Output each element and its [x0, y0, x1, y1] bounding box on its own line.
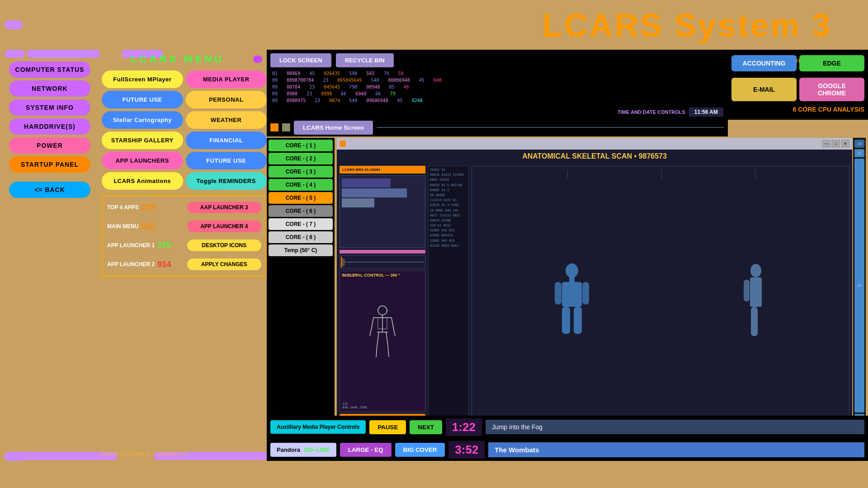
launcher-item-desktop: DESKTOP ICONS — [185, 237, 264, 254]
sidebar-btn-power[interactable]: POWER — [9, 137, 90, 154]
chrome-btn[interactable]: GOOGLE CHROME — [799, 78, 864, 101]
svg-rect-14 — [569, 277, 575, 282]
menu-title: LCARS MENU — [106, 53, 249, 65]
launcher-item-app1: APP LAUNCHER 1 275 — [105, 237, 184, 254]
bar3 — [342, 198, 374, 207]
close-btn[interactable]: ✕ — [841, 140, 849, 147]
svg-point-13 — [566, 263, 578, 278]
menu-btn-future-use-2[interactable]: FUTURE USE — [186, 152, 267, 169]
launcher-btn-app4[interactable]: APP LAUNCHER 4 — [187, 221, 262, 232]
launcher-item-app4: APP LAUNCHER 4 — [185, 218, 264, 235]
launcher-label-app1: APP LAUNCHER 1 — [107, 242, 155, 249]
launcher-btn-apply[interactable]: APPLY CHANGES — [187, 258, 262, 270]
cores-column: CORE - ( 1 ) CORE - ( 2 ) CORE - ( 3 ) C… — [267, 138, 335, 443]
home-orange-icon — [270, 123, 278, 131]
launcher-item-app2: APP LAUNCHER 2 914 — [105, 256, 184, 273]
menu-grid: FullScreen MPlayer MEDIA PLAYER FUTURE U… — [102, 70, 267, 190]
menu-btn-personal[interactable]: PERSONAL — [186, 91, 267, 108]
menu-header-bar: LCARS MENU — [102, 50, 267, 67]
skeletal-window: — □ ✕ ANATOMICAL SKELETAL SCAN • 9876573… — [337, 138, 852, 443]
menu-btn-fullscreen-mplayer[interactable]: FullScreen MPlayer — [102, 70, 183, 88]
menu-btn-lcars-animations[interactable]: LCARS Animations — [102, 172, 183, 190]
app-title: LCARS System 3 — [542, 7, 832, 44]
core-1-label: CORE - ( 1 ) — [269, 140, 333, 151]
home-gray-icon — [282, 123, 290, 131]
launcher-label-top4: TOP 4 APPS — [107, 204, 139, 211]
sidebar-btn-harddrive[interactable]: HARDDRIVE(S) — [9, 118, 90, 135]
pandora-label: Pandora — [277, 446, 300, 453]
8core-label: 8 CORE CPU ANALYSIS — [731, 106, 864, 113]
core-2-label: CORE - ( 2 ) — [269, 153, 333, 164]
pause-btn[interactable]: PAUSE — [369, 420, 406, 434]
top-left-accent — [5, 20, 23, 29]
sidebar-btn-computer-status[interactable]: COMPUTER STATUS — [9, 61, 90, 78]
menu-btn-toggle-reminders[interactable]: Toggle REMINDERS — [186, 172, 267, 190]
menu-diamond-icon — [253, 56, 262, 63]
skel-data-col1: 36462 83 80628 01813 574581 8865 03419 8… — [428, 166, 469, 440]
svg-rect-23 — [751, 307, 758, 336]
time-controls: TIME AND DATE CONTROLS 11:56 AM — [267, 104, 728, 120]
skeletal-title: ANATOMICAL SKELETAL SCAN • 9876573 — [337, 150, 852, 163]
menu-btn-starship-gallery[interactable]: STARSHIP GALLERY — [102, 131, 183, 149]
accounting-btn[interactable]: ACCOUNTING — [731, 55, 797, 71]
sidebar-accent-top — [5, 50, 25, 58]
menu-area: LCARS MENU FullScreen MPlayer MEDIA PLAY… — [102, 50, 267, 447]
launcher-item-aap3: AAP LAUNCHER 3 — [185, 199, 264, 216]
menu-btn-media-player[interactable]: MEDIA PLAYER — [186, 70, 267, 88]
sidebar-accent-bottom — [5, 453, 25, 461]
menu-btn-weather[interactable]: WEATHER — [186, 111, 267, 129]
menu-btn-future-use-1[interactable]: FUTURE USE — [102, 91, 183, 108]
lock-screen-btn[interactable]: LOCK SCREEN — [270, 53, 331, 67]
email-btn[interactable]: E-MAIL — [731, 78, 797, 101]
large-eq-btn[interactable]: LARGE - EQ — [340, 443, 392, 457]
menu-btn-stellar-cartography[interactable]: Stellar Cartography — [102, 111, 183, 129]
big-cover-btn[interactable]: BIG COVER — [395, 443, 445, 457]
right-panel: ACCOUNTING EDGE E-MAIL GOOGLE CHROME 8 C… — [728, 50, 868, 117]
skel-data-small: 132848 3446 2548 — [342, 402, 367, 409]
core-7-label: CORE - ( 7 ) — [269, 218, 333, 230]
left-accent-bar — [27, 50, 99, 58]
svg-rect-22 — [744, 280, 750, 301]
sidebar-btn-startup[interactable]: STARTUP PANEL — [9, 156, 90, 173]
launcher-item-top4: TOP 4 APPS 219 — [105, 199, 184, 216]
next-btn[interactable]: NEXT — [410, 420, 442, 434]
skel-bar-area — [340, 175, 425, 248]
launcher-btn-desktop[interactable]: DESKTOP ICONS — [187, 239, 262, 251]
svg-point-0 — [378, 306, 387, 315]
svg-rect-19 — [574, 307, 582, 334]
svg-line-3 — [371, 318, 373, 330]
skel-id2: 82-24158 — [342, 273, 358, 277]
human-anatomy-area: HUMAN ANATOMY S-37 — [472, 166, 849, 440]
scrollbar-right[interactable]: 10 20 30 40 50 60 — [853, 138, 866, 443]
window-controls: — □ ✕ — [822, 140, 849, 147]
svg-line-5 — [370, 330, 371, 336]
sidebar-btn-system-info[interactable]: SYSTEM INFO — [9, 99, 90, 116]
time-display-2: 3:52 — [448, 441, 485, 459]
sidebar-btn-back[interactable]: <= BACK — [9, 182, 90, 198]
launcher-num-top4: 219 — [142, 203, 155, 212]
maximize-btn[interactable]: □ — [832, 140, 840, 147]
launcher-item-apply: APPLY CHANGES — [185, 256, 264, 273]
launcher-num-app1: 275 — [157, 241, 171, 250]
time-label: TIME AND DATE CONTROLS — [618, 109, 685, 115]
recycle-bin-btn[interactable]: RECYCLE BIN — [336, 53, 394, 67]
launcher-num-mainmenu: 510 — [141, 222, 155, 231]
sidebar-btn-network[interactable]: NETWORK — [9, 80, 90, 97]
window-titlebar: — □ ✕ — [337, 138, 852, 150]
menu-btn-financial[interactable]: FINANCIAL — [186, 131, 267, 149]
svg-rect-17 — [582, 282, 589, 305]
track-display: Jump into the Fog — [486, 420, 864, 434]
skel-divider — [340, 250, 425, 253]
lcars-home-btn[interactable]: LCARS Home Screen — [294, 121, 373, 135]
skel-right-area: 36462 83 80628 01813 574581 8865 03419 8… — [428, 166, 849, 440]
edge-btn[interactable]: EDGE — [799, 55, 864, 71]
lcars-id1: LCARS BRG 81-22684 — [342, 168, 423, 172]
skeleton-container — [342, 277, 423, 387]
minimize-btn[interactable]: — — [822, 140, 830, 147]
skel-control-area: SKELETAL CONTROL — 380 ° — [340, 271, 425, 412]
skeletal-inner: LCARS BRG 81-22684 — [337, 163, 852, 443]
menu-btn-app-launchers[interactable]: APP LAUNCHERS — [102, 152, 183, 169]
skeletal-content: ANATOMICAL SKELETAL SCAN • 9876573 LCARS… — [337, 150, 852, 443]
launcher-btn-aap3[interactable]: AAP LAUNCHER 3 — [187, 202, 262, 213]
core-4-label: CORE - ( 4 ) — [269, 179, 333, 191]
